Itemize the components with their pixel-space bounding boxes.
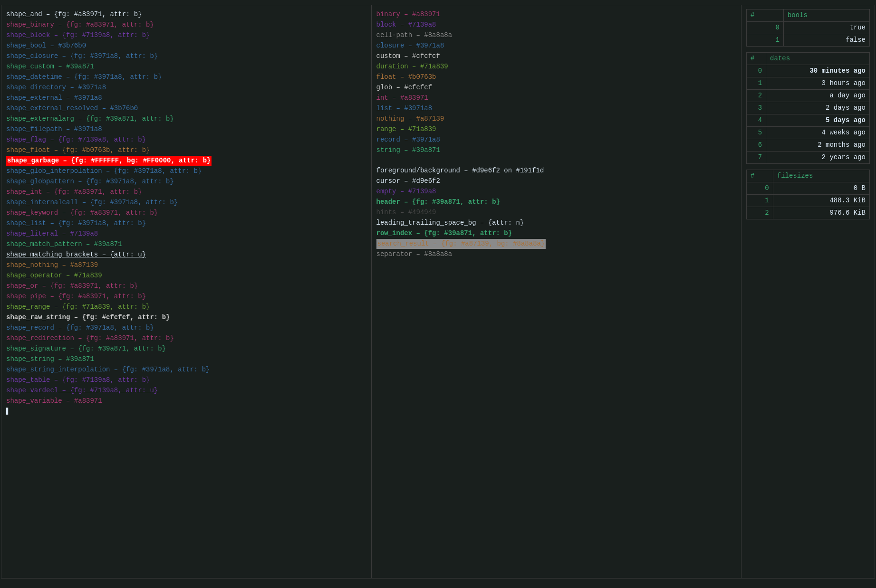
left-entry-shape_signature: shape_signature – {fg: #39a871, attr: b} [6,344,366,354]
filesizes-row-2: 2976.6 KiB [747,207,870,219]
cursor-indicator: ▌ [6,407,366,417]
left-entry-shape_record: shape_record – {fg: #3971a8, attr: b} [6,323,366,333]
left-entry-shape_matching_brackets: shape_matching_brackets – {attr: u} [6,250,366,260]
left-entry-shape_or: shape_or – {fg: #a83971, attr: b} [6,281,366,291]
left-entry-shape_variable: shape_variable – #a83971 [6,396,366,406]
left-entry-shape_and: shape_and – {fg: #a83971, attr: b} [6,9,366,19]
mid-entry-header: header – {fg: #39a871, attr: b} [376,197,737,207]
dates-table: #dates030 minutes ago13 hours ago2a day … [746,52,870,164]
left-entry-shape_custom: shape_custom – #39a871 [6,62,366,72]
mid-entry-float: float – #b0763b [376,72,737,82]
dates-wrapper: #dates030 minutes ago13 hours ago2a day … [746,52,870,164]
mid-entry-string: string – #39a871 [376,145,737,155]
dates-row-2: 2a day ago [747,90,870,102]
left-entry-shape_directory: shape_directory – #3971a8 [6,83,366,93]
mid-entry-foreground_background: foreground/background – #d9e6f2 on #191f… [376,166,737,176]
left-entry-shape_internalcall: shape_internalcall – {fg: #3971a8, attr:… [6,198,366,208]
left-column: shape_and – {fg: #a83971, attr: b}shape_… [1,5,372,578]
left-entry-shape_int: shape_int – {fg: #a83971, attr: b} [6,187,366,197]
left-entry-shape_glob_interpolation: shape_glob_interpolation – {fg: #3971a8,… [6,166,366,176]
mid-entry-empty: empty – #7139a8 [376,187,737,197]
left-entry-shape_external_resolved: shape_external_resolved – #3b76b0 [6,104,366,114]
bools-wrapper: #bools0true1false [746,9,870,47]
left-entry-shape_operator: shape_operator – #71a839 [6,271,366,281]
left-entry-shape_externalarg: shape_externalarg – {fg: #39a871, attr: … [6,114,366,124]
mid-entry-closure: closure – #3971a8 [376,41,737,51]
filesizes-wrapper: #filesizes00 B1488.3 KiB2976.6 KiB [746,170,870,219]
mid-entry-list: list – #3971a8 [376,104,737,114]
mid-entry-range: range – #71a839 [376,124,737,134]
dates-row-3: 32 days ago [747,102,870,114]
mid-entry-custom: custom – #cfcfcf [376,51,737,61]
left-entry-shape_datetime: shape_datetime – {fg: #3971a8, attr: b} [6,72,366,82]
mid-entry-int: int – #a83971 [376,93,737,103]
left-entry-shape_bool: shape_bool – #3b76b0 [6,41,366,51]
left-entry-shape_string: shape_string – #39a871 [6,354,366,364]
filesizes-row-0: 00 B [747,182,870,195]
dates-row-1: 13 hours ago [747,77,870,90]
filesizes-row-1: 1488.3 KiB [747,195,870,207]
left-entry-shape_nothing: shape_nothing – #a87139 [6,260,366,270]
left-entry-shape_raw_string: shape_raw_string – {fg: #cfcfcf, attr: b… [6,313,366,322]
mid-entry-search_result: search_result – {fg: #a87139, bg: #8a8a8… [376,239,737,249]
mid-entry-hints: hints – #494949 [376,208,737,218]
left-entry-shape_filepath: shape_filepath – #3971a8 [6,124,366,134]
left-entry-shape_closure: shape_closure – {fg: #3971a8, attr: b} [6,51,366,61]
left-entry-shape_float: shape_float – {fg: #b0763b, attr: b} [6,145,366,155]
middle-column: binary – #a83971block – #7139a8cell-path… [372,5,742,578]
left-entry-shape_binary: shape_binary – {fg: #a83971, attr: b} [6,20,366,30]
left-entry-shape_list: shape_list – {fg: #3971a8, attr: b} [6,218,366,228]
left-entry-shape_keyword: shape_keyword – {fg: #a83971, attr: b} [6,208,366,218]
left-entry-shape_block: shape_block – {fg: #7139a8, attr: b} [6,30,366,40]
left-entry-shape_literal: shape_literal – #7139a8 [6,229,366,239]
dates-row-0: 030 minutes ago [747,65,870,77]
right-column: #bools0true1false#dates030 minutes ago13… [741,5,875,578]
dates-row-6: 62 months ago [747,139,870,152]
mid-entry-cursor: cursor – #d9e6f2 [376,176,737,186]
dates-row-4: 45 days ago [747,114,870,127]
mid-entry-row_index: row_index – {fg: #39a871, attr: b} [376,228,737,238]
mid-entry-nothing: nothing – #a87139 [376,114,737,124]
left-entry-shape_table: shape_table – {fg: #7139a8, attr: b} [6,375,366,385]
left-entry-shape_flag: shape_flag – {fg: #7139a8, attr: b} [6,135,366,145]
dates-row-5: 54 weeks ago [747,127,870,139]
left-entry-shape_string_interpolation: shape_string_interpolation – {fg: #3971a… [6,365,366,375]
theme-header [0,0,876,4]
left-entry-shape_external: shape_external – #3971a8 [6,93,366,103]
left-entry-shape_range: shape_range – {fg: #71a839, attr: b} [6,302,366,312]
left-entry-shape_redirection: shape_redirection – {fg: #a83971, attr: … [6,333,366,343]
left-entry-shape_garbage: shape_garbage – {fg: #FFFFFF, bg: #FF000… [6,156,366,166]
mid-entry-leading_trailing_space_bg: leading_trailing_space_bg – {attr: n} [376,218,737,228]
mid-entry-separator: separator – #8a8a8a [376,249,737,259]
main-container: shape_and – {fg: #a83971, attr: b}shape_… [1,5,875,579]
bools-row-0: 0true [747,22,870,34]
mid-entry-cell_path: cell-path – #8a8a8a [376,30,737,40]
left-entry-shape_vardecl: shape_vardecl – {fg: #7139a8, attr: u} [6,386,366,396]
left-entry-shape_pipe: shape_pipe – {fg: #a83971, attr: b} [6,292,366,302]
mid-entry-glob: glob – #cfcfcf [376,83,737,93]
mid-entry-duration: duration – #71a839 [376,62,737,72]
bools-row-1: 1false [747,34,870,47]
mid-entry-record: record – #3971a8 [376,135,737,145]
left-entry-shape_globpattern: shape_globpattern – {fg: #3971a8, attr: … [6,177,366,187]
left-entry-shape_match_pattern: shape_match_pattern – #39a871 [6,239,366,249]
filesizes-table: #filesizes00 B1488.3 KiB2976.6 KiB [746,170,870,219]
mid-entry-binary: binary – #a83971 [376,9,737,19]
mid-entry-block: block – #7139a8 [376,20,737,30]
bools-table: #bools0true1false [746,9,870,47]
dates-row-7: 72 years ago [747,152,870,164]
